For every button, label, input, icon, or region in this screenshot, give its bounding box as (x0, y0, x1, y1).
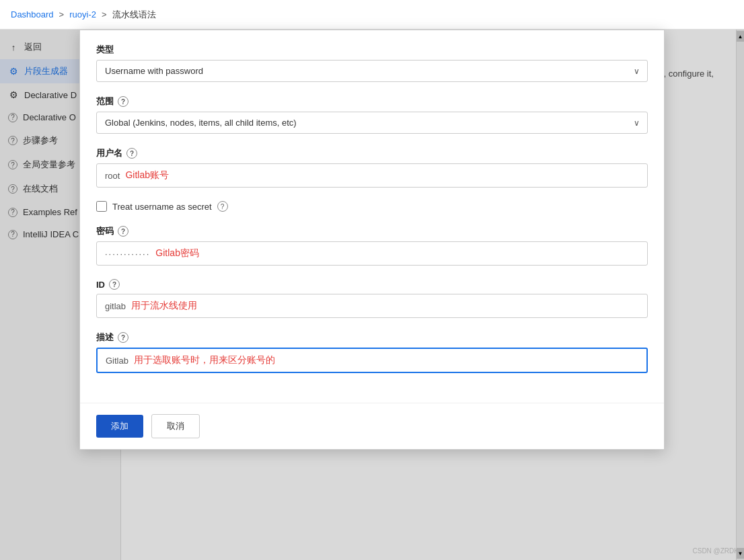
description-group: 描述 ? Gitlab 用于选取账号时，用来区分账号的 (96, 331, 648, 373)
username-label: 用户名 ? (96, 147, 648, 159)
cancel-button[interactable]: 取消 (151, 414, 200, 438)
id-label: ID ? (96, 279, 648, 290)
add-button[interactable]: 添加 (96, 415, 143, 438)
username-hint: Gitlab账号 (125, 169, 169, 182)
type-select-wrapper: Username with password SSH Username with… (96, 60, 648, 82)
treat-username-group: Treat username as secret ? (96, 201, 648, 212)
modal-overlay: 类型 Username with password SSH Username w… (0, 30, 744, 560)
id-hint: 用于流水线使用 (131, 300, 197, 312)
breadcrumb-dashboard[interactable]: Dashboard (11, 9, 54, 19)
password-label: 密码 ? (96, 225, 648, 237)
description-prefix: Gitlab (106, 356, 128, 366)
username-input-wrapper: root Gitlab账号 (96, 163, 648, 188)
username-prefix: root (105, 171, 120, 181)
id-group: ID ? gitlab 用于流水线使用 (96, 279, 648, 318)
scope-label: 范围 ? (96, 95, 648, 108)
id-prefix: gitlab (105, 301, 126, 311)
credential-modal: 类型 Username with password SSH Username w… (79, 30, 665, 450)
description-label: 描述 ? (96, 331, 648, 344)
modal-footer: 添加 取消 (80, 403, 664, 449)
id-help-icon[interactable]: ? (109, 279, 120, 290)
breadcrumb: Dashboard > ruoyi-2 > 流水线语法 (0, 0, 744, 30)
scope-select-wrapper: Global (Jenkins, nodes, items, all child… (96, 112, 648, 134)
scope-group: 范围 ? Global (Jenkins, nodes, items, all … (96, 95, 648, 134)
treat-username-checkbox[interactable] (96, 201, 107, 212)
scope-help-icon[interactable]: ? (118, 96, 128, 107)
password-help-icon[interactable]: ? (118, 226, 128, 237)
scope-select[interactable]: Global (Jenkins, nodes, items, all child… (96, 112, 648, 134)
description-input-wrapper: Gitlab 用于选取账号时，用来区分账号的 (96, 348, 648, 373)
username-group: 用户名 ? root Gitlab账号 (96, 147, 648, 188)
breadcrumb-ruoyi[interactable]: ruoyi-2 (69, 9, 96, 19)
id-input-wrapper: gitlab 用于流水线使用 (96, 294, 648, 318)
breadcrumb-current: 流水线语法 (112, 9, 156, 21)
watermark: CSDN @ZRDK (693, 547, 739, 555)
treat-username-row: Treat username as secret ? (96, 201, 648, 212)
description-hint: 用于选取账号时，用来区分账号的 (134, 354, 275, 366)
treat-username-label: Treat username as secret (112, 202, 212, 212)
password-dots: ············ (105, 249, 150, 259)
password-input-wrapper: ············ Gitlab密码 (96, 241, 648, 266)
description-help-icon[interactable]: ? (118, 332, 128, 343)
type-select[interactable]: Username with password SSH Username with… (96, 60, 648, 82)
type-group: 类型 Username with password SSH Username w… (96, 44, 648, 82)
type-label: 类型 (96, 44, 648, 56)
username-help-icon[interactable]: ? (126, 148, 137, 159)
treat-username-help-icon[interactable]: ? (217, 201, 228, 212)
password-group: 密码 ? ············ Gitlab密码 (96, 225, 648, 266)
breadcrumb-sep-2: > (102, 9, 107, 19)
modal-content: 类型 Username with password SSH Username w… (80, 30, 664, 403)
breadcrumb-sep-1: > (59, 9, 65, 19)
password-hint: Gitlab密码 (155, 247, 199, 259)
